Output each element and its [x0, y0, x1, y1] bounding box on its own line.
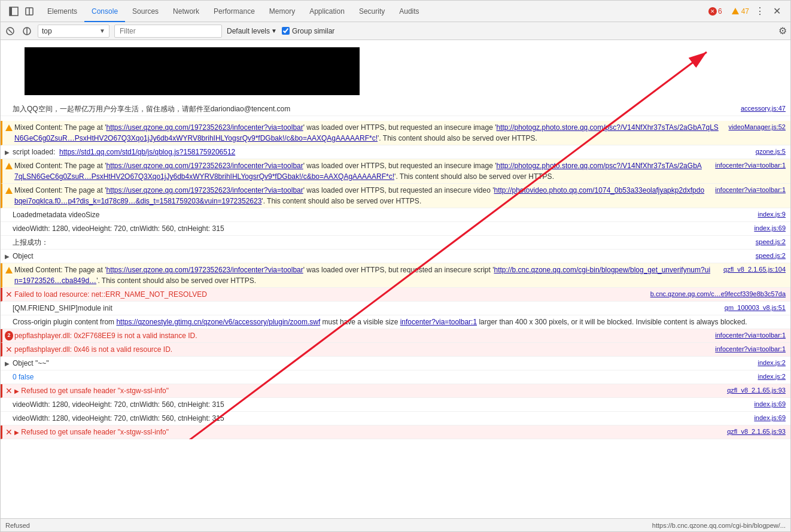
line-source[interactable]: accessory.js:47 — [731, 104, 786, 114]
link[interactable]: https://user.qzone.qq.com/1972352623/inf… — [107, 186, 303, 194]
tab-sources[interactable]: Sources — [125, 1, 166, 22]
link[interactable]: https://qzonestyle.gtimg.cn/qzone/v6/acc… — [116, 318, 320, 326]
tab-memory[interactable]: Memory — [262, 1, 302, 22]
tab-elements[interactable]: Elements — [40, 1, 84, 22]
tab-console[interactable]: Console — [84, 1, 125, 22]
error-icon: ✕ — [5, 387, 13, 395]
line-content: videoWidth: 1280, videoHeight: 720, ctnW… — [13, 223, 744, 234]
line-source[interactable]: speed.js:2 — [746, 251, 786, 261]
line-source[interactable]: index.js:2 — [749, 372, 786, 382]
line-content: 0 false — [13, 372, 749, 382]
link-source[interactable]: infocenter?via=toolbar:1 — [400, 318, 477, 326]
link[interactable]: https://user.qzone.qq.com/1972352623/inf… — [107, 123, 303, 132]
thumbnail-container — [1, 40, 790, 102]
console-toolbar: top ▼ Default levels ▼ Group similar ⚙ — [1, 22, 790, 40]
line-content: Loadedmetadata videoSize — [13, 209, 749, 220]
tab-network[interactable]: Network — [166, 1, 206, 22]
console-line: videoWidth: 1280, videoHeight: 720, ctnW… — [1, 222, 790, 236]
link[interactable]: https://user.qzone.qq.com/1972352623/inf… — [107, 162, 303, 170]
value-false: false — [19, 373, 34, 381]
error-icon: ✕ — [708, 7, 717, 16]
line-content: 上报成功： — [13, 237, 746, 248]
tab-application[interactable]: Application — [302, 1, 352, 22]
console-line: 0 false index.js:2 — [1, 370, 790, 384]
inspect-icon[interactable] — [23, 5, 35, 17]
thumbnail-image — [25, 47, 360, 95]
line-content: videoWidth: 1280, videoHeight: 720, ctnW… — [13, 399, 744, 410]
expand-arrow[interactable]: ▶ — [14, 388, 19, 394]
line-content: [QM.FRIEND_SHIP]module init — [13, 303, 715, 314]
line-content: Object — [13, 251, 746, 262]
dock-icon[interactable] — [8, 5, 20, 17]
line-source[interactable]: infocenter?via=toolbar:1 — [705, 185, 786, 195]
tab-audits[interactable]: Audits — [392, 1, 426, 22]
line-source[interactable]: qzone.js:5 — [746, 147, 786, 157]
error-icon: ✕ — [5, 290, 13, 299]
line-source[interactable]: index.js:9 — [749, 209, 786, 220]
console-line: Mixed Content: The page at 'https://user… — [1, 263, 790, 288]
error-icon: ✕ — [5, 345, 13, 354]
status-url: https://b.cnc.qzone.qq.com/cgi-bin/blogp… — [652, 522, 786, 529]
line-text: Mixed Content: The page at 'https://user… — [14, 123, 719, 142]
line-source[interactable]: index.js:69 — [744, 399, 786, 409]
line-content: script loaded: https://std1.qq.com/std1/… — [13, 147, 746, 157]
console-line: Mixed Content: The page at 'https://user… — [1, 159, 790, 184]
line-source[interactable]: qm_100003_v8.js:51 — [715, 303, 786, 313]
link[interactable]: https://std1.qq.com/std1/qb/js/qblog.js?… — [59, 148, 235, 156]
line-source[interactable]: qzfl_v8_2.1.65.js:93 — [717, 427, 786, 437]
expand-icon[interactable]: ▶ — [3, 252, 11, 260]
settings-gear-button[interactable]: ⚙ — [778, 26, 787, 36]
console-line: 加入QQ空间，一起帮亿万用户分享生活，留住感动，请邮件至dariondiao@t… — [1, 102, 790, 116]
filter-input[interactable] — [114, 25, 222, 38]
pause-button[interactable] — [21, 25, 33, 37]
line-source[interactable]: index.js:69 — [744, 413, 786, 423]
line-source[interactable]: infocenter?via=toolbar:1 — [705, 160, 786, 171]
console-line: ▶ Object "~~" index.js:2 — [1, 357, 790, 370]
console-output[interactable]: 加入QQ空间，一起帮亿万用户分享生活，留住感动，请邮件至dariondiao@t… — [1, 40, 790, 518]
expand-arrow[interactable]: ▶ — [14, 429, 19, 436]
line-source[interactable]: index.js:2 — [749, 358, 786, 368]
tab-right-area: ✕ 6 47 ⋮ ✕ — [708, 5, 788, 17]
group-similar-label[interactable]: Group similar — [282, 27, 334, 35]
line-content: Mixed Content: The page at 'https://user… — [14, 122, 719, 144]
close-devtools-button[interactable]: ✕ — [771, 5, 783, 17]
console-line: videoWidth: 1280, videoHeight: 720, ctnW… — [1, 412, 790, 425]
error-count-badge: 2 — [5, 331, 13, 341]
chevron-down-icon: ▼ — [99, 28, 105, 34]
console-line: ✕ ▶ Refused to get unsafe header "x-stgw… — [1, 425, 790, 439]
line-source[interactable]: index.js:69 — [744, 223, 786, 233]
svg-line-5 — [8, 29, 12, 33]
console-line: videoWidth: 1280, videoHeight: 720, ctnW… — [1, 398, 790, 412]
error-badge-icon: 2 — [5, 332, 13, 340]
default-levels-selector[interactable]: Default levels ▼ — [227, 27, 277, 35]
console-line: 上报成功： speed.js:2 — [1, 236, 790, 250]
console-line: ▶ script loaded: https://std1.qq.com/std… — [1, 145, 790, 159]
warn-icon — [5, 186, 13, 194]
line-content: Mixed Content: The page at 'https://user… — [14, 160, 705, 182]
warn-triangle-icon — [732, 8, 739, 14]
tab-security[interactable]: Security — [352, 1, 392, 22]
link[interactable]: https://user.qzone.qq.com/1972352623/inf… — [107, 266, 303, 274]
line-source[interactable]: infocenter?via=toolbar:1 — [705, 330, 786, 341]
line-content: pepflashplayer.dll: 0x46 is not a valid … — [14, 344, 705, 355]
line-source[interactable]: qzfl_v8_2.1.65.js:104 — [714, 265, 786, 275]
clear-console-button[interactable] — [4, 25, 16, 37]
more-menu-button[interactable]: ⋮ — [752, 5, 768, 17]
line-source[interactable]: videoManager.js:52 — [719, 122, 786, 132]
line-content: pepflashplayer.dll: 0x2F768EE9 is not a … — [14, 330, 705, 341]
context-selector[interactable]: top ▼ — [38, 25, 109, 38]
group-similar-checkbox[interactable] — [282, 27, 290, 35]
console-line: Mixed Content: The page at 'https://user… — [1, 184, 790, 208]
svg-rect-1 — [10, 7, 12, 16]
tab-performance[interactable]: Performance — [206, 1, 262, 22]
line-content: Cross-origin plugin content from https:/… — [13, 317, 786, 327]
tab-bar: Elements Console Sources Network Perform… — [1, 1, 790, 22]
line-source[interactable]: speed.js:2 — [746, 237, 786, 247]
devtools-panel: Elements Console Sources Network Perform… — [0, 0, 791, 532]
line-source[interactable]: b.cnc.qzone.qq.com/c…e9feccf339e8b3c57da — [641, 289, 786, 299]
console-line: Loadedmetadata videoSize index.js:9 — [1, 208, 790, 222]
line-content: Object "~~" — [13, 358, 749, 369]
line-source[interactable]: qzfl_v8_2.1.65.js:93 — [717, 385, 786, 396]
line-source[interactable]: infocenter?via=toolbar:1 — [705, 344, 786, 354]
expand-icon[interactable]: ▶ — [3, 359, 11, 367]
